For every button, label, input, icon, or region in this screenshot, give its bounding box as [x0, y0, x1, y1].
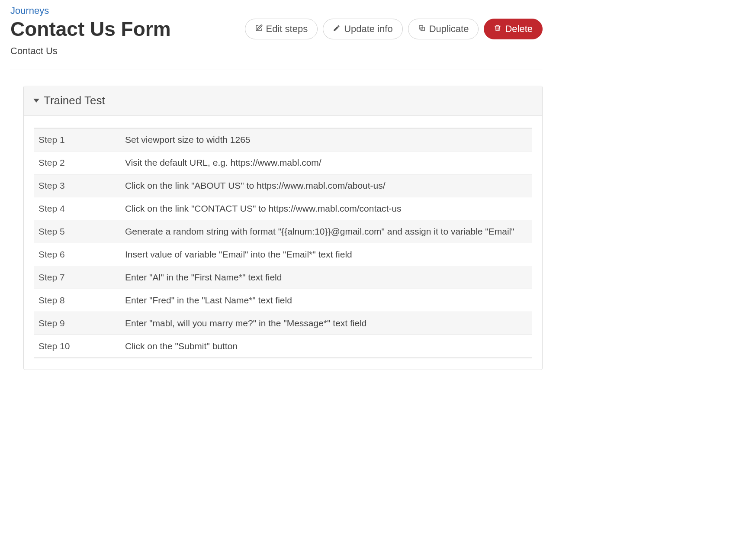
step-label: Step 5: [34, 220, 121, 243]
pencil-icon: [333, 23, 341, 35]
step-label: Step 8: [34, 289, 121, 312]
delete-button[interactable]: Delete: [484, 19, 543, 39]
step-label: Step 4: [34, 197, 121, 220]
step-label: Step 6: [34, 243, 121, 266]
duplicate-icon: [418, 23, 426, 35]
divider: [10, 70, 543, 70]
panel-title: Trained Test: [44, 94, 105, 107]
step-description: Click on the "Submit" button: [121, 335, 532, 358]
table-row[interactable]: Step 3Click on the link "ABOUT US" to ht…: [34, 174, 532, 197]
step-description: Visit the default URL, e.g. https://www.…: [121, 151, 532, 174]
duplicate-label: Duplicate: [429, 23, 469, 35]
table-row[interactable]: Step 10Click on the "Submit" button: [34, 335, 532, 358]
page-root: Journeys Contact Us Form Edit steps Upda…: [0, 0, 553, 387]
action-bar: Edit steps Update info Duplicate: [245, 19, 543, 39]
step-description: Enter "mabl, will you marry me?" in the …: [121, 312, 532, 335]
table-row[interactable]: Step 8Enter "Fred" in the "Last Name*" t…: [34, 289, 532, 312]
step-label: Step 3: [34, 174, 121, 197]
edit-icon: [255, 23, 263, 35]
panel-header[interactable]: Trained Test: [24, 86, 542, 116]
page-subtitle: Contact Us: [10, 45, 543, 57]
page-title: Contact Us Form: [10, 18, 171, 40]
trained-test-panel: Trained Test Step 1Set viewport size to …: [23, 86, 543, 370]
step-label: Step 10: [34, 335, 121, 358]
table-row[interactable]: Step 7Enter "Al" in the "First Name*" te…: [34, 266, 532, 289]
table-row[interactable]: Step 1Set viewport size to width 1265: [34, 128, 532, 151]
step-description: Enter "Al" in the "First Name*" text fie…: [121, 266, 532, 289]
edit-steps-button[interactable]: Edit steps: [245, 19, 318, 39]
trash-icon: [494, 23, 501, 35]
steps-table: Step 1Set viewport size to width 1265Ste…: [34, 128, 532, 358]
step-description: Generate a random string with format "{{…: [121, 220, 532, 243]
table-row[interactable]: Step 6Insert value of variable "Email" i…: [34, 243, 532, 266]
step-label: Step 1: [34, 128, 121, 151]
header-row: Contact Us Form Edit steps Update info: [10, 18, 543, 40]
step-description: Click on the link "ABOUT US" to https://…: [121, 174, 532, 197]
table-row[interactable]: Step 9Enter "mabl, will you marry me?" i…: [34, 312, 532, 335]
update-info-label: Update info: [344, 23, 393, 35]
step-label: Step 2: [34, 151, 121, 174]
panel-body: Step 1Set viewport size to width 1265Ste…: [24, 116, 542, 370]
edit-steps-label: Edit steps: [266, 23, 308, 35]
duplicate-button[interactable]: Duplicate: [408, 19, 479, 39]
caret-down-icon: [33, 99, 39, 103]
delete-label: Delete: [505, 23, 533, 35]
breadcrumb-link[interactable]: Journeys: [10, 5, 543, 16]
table-row[interactable]: Step 5Generate a random string with form…: [34, 220, 532, 243]
update-info-button[interactable]: Update info: [323, 19, 403, 39]
table-row[interactable]: Step 4Click on the link "CONTACT US" to …: [34, 197, 532, 220]
step-description: Click on the link "CONTACT US" to https:…: [121, 197, 532, 220]
table-row[interactable]: Step 2Visit the default URL, e.g. https:…: [34, 151, 532, 174]
step-label: Step 9: [34, 312, 121, 335]
step-label: Step 7: [34, 266, 121, 289]
step-description: Insert value of variable "Email" into th…: [121, 243, 532, 266]
step-description: Set viewport size to width 1265: [121, 128, 532, 151]
step-description: Enter "Fred" in the "Last Name*" text fi…: [121, 289, 532, 312]
